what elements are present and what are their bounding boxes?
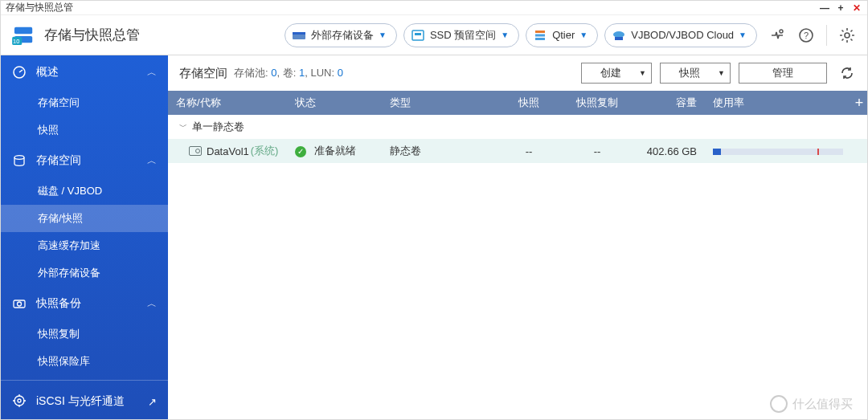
cloud-disk-icon	[612, 28, 626, 43]
svg-rect-8	[535, 31, 545, 33]
qtier-dropdown[interactable]: Qtier ▼	[526, 23, 598, 47]
content-title: 存储空间	[179, 66, 227, 81]
table-header: 名称/代称 状态 类型 快照 快照复制 容量 使用率 +	[168, 91, 867, 115]
volume-type: 静态卷	[382, 144, 493, 158]
sidebar: 概述 ︿ 存储空间 快照 存储空间 ︿ 磁盘 / VJBOD 存储/快照 高速缓…	[1, 55, 168, 419]
sidebar-item-storage-overview[interactable]: 存储空间	[1, 89, 168, 116]
external-link-icon: ↗	[148, 396, 157, 408]
svg-rect-12	[615, 37, 623, 40]
col-capacity: 容量	[629, 96, 705, 110]
svg-rect-5	[293, 32, 305, 35]
settings-gear-icon[interactable]	[838, 27, 856, 44]
col-snapshot: 快照	[493, 96, 557, 110]
qtier-icon	[533, 28, 547, 43]
svg-rect-0	[14, 27, 32, 33]
target-icon	[12, 393, 28, 410]
svg-rect-9	[535, 34, 545, 36]
volume-group-row[interactable]: ﹀ 单一静态卷	[168, 115, 867, 139]
sidebar-link-hybridmount[interactable]: HybridMount ↗	[1, 418, 168, 419]
svg-text:10: 10	[13, 38, 19, 45]
svg-point-11	[613, 31, 624, 38]
chevron-up-icon: ︿	[147, 154, 157, 168]
chevron-up-icon: ︿	[147, 66, 157, 80]
sidebar-item-external-storage[interactable]: 外部存储设备	[1, 259, 168, 287]
col-name: 名称/代称	[168, 96, 287, 110]
sidebar-item-cache-accel[interactable]: 高速缓存加速	[1, 232, 168, 259]
volume-replication: --	[557, 145, 629, 157]
svg-rect-10	[535, 38, 545, 40]
add-column-button[interactable]: +	[843, 95, 867, 112]
drive-icon	[292, 28, 306, 43]
sidebar-link-iscsi[interactable]: iSCSI 与光纤通道 ↗	[1, 385, 168, 418]
caret-down-icon: ▼	[379, 31, 387, 39]
svg-point-20	[18, 302, 22, 306]
window-titlebar: 存储与快照总管 — + ✕	[1, 1, 867, 15]
sidebar-item-snapshot-vault[interactable]: 快照保险库	[1, 348, 168, 375]
app-toolbar: 10 存储与快照总管 外部存储设备 ▼ SSD 预留空间 ▼ Qtier ▼ V…	[1, 15, 867, 55]
caret-down-icon: ▼	[501, 31, 509, 39]
svg-point-13	[780, 30, 783, 33]
main-panel: 存储空间 存储池: 0, 卷: 1, LUN: 0 创建 快照 管理 名称/代称…	[168, 55, 867, 419]
volume-name: DataVol1	[207, 145, 249, 157]
sidebar-item-snapshot-overview[interactable]: 快照	[1, 116, 168, 144]
app-title: 存储与快照总管	[44, 26, 140, 44]
ssd-overprovision-dropdown[interactable]: SSD 预留空间 ▼	[403, 23, 519, 47]
manage-button[interactable]: 管理	[739, 63, 827, 84]
app-icon: 10	[12, 25, 36, 46]
collapse-icon: ﹀	[179, 121, 187, 133]
svg-point-22	[18, 399, 21, 402]
volume-capacity: 402.66 GB	[629, 145, 705, 157]
volume-icon	[189, 146, 202, 156]
create-button[interactable]: 创建	[581, 63, 652, 84]
window-close-button[interactable]: ✕	[851, 2, 862, 14]
window-maximize-button[interactable]: +	[835, 2, 846, 14]
sidebar-group-snapshot-backup[interactable]: 快照备份 ︿	[1, 287, 168, 320]
sidebar-item-disks-vjbod[interactable]: 磁盘 / VJBOD	[1, 177, 168, 205]
help-icon[interactable]: ?	[797, 27, 815, 44]
window-minimize-button[interactable]: —	[819, 2, 830, 14]
svg-rect-7	[415, 33, 421, 35]
svg-point-21	[14, 396, 24, 406]
disks-icon	[12, 153, 28, 168]
col-usage: 使用率	[705, 96, 843, 110]
volume-row[interactable]: DataVol1 (系统) ✓ 准备就绪 静态卷 -- -- 402.66 GB	[168, 139, 867, 163]
svg-text:?: ?	[804, 31, 809, 40]
sidebar-item-storage-snapshot[interactable]: 存储/快照	[1, 205, 168, 232]
refresh-icon[interactable]	[838, 64, 856, 82]
diagnostic-icon[interactable]	[768, 27, 786, 44]
camera-icon	[12, 296, 28, 311]
svg-point-18	[14, 156, 24, 160]
sidebar-item-snapshot-replica[interactable]: 快照复制	[1, 320, 168, 348]
external-storage-dropdown[interactable]: 外部存储设备 ▼	[285, 23, 397, 47]
vjbod-cloud-dropdown[interactable]: VJBOD/VJBOD Cloud ▼	[604, 23, 757, 47]
ssd-icon	[411, 28, 425, 43]
col-type: 类型	[382, 96, 493, 110]
caret-down-icon: ▼	[739, 31, 747, 39]
window-title: 存储与快照总管	[6, 1, 73, 14]
volume-usage	[705, 147, 843, 155]
dashboard-icon	[12, 65, 28, 80]
sidebar-divider	[1, 380, 168, 381]
sidebar-group-storage[interactable]: 存储空间 ︿	[1, 144, 168, 177]
content-header: 存储空间 存储池: 0, 卷: 1, LUN: 0 创建 快照 管理	[168, 55, 867, 91]
svg-point-16	[845, 33, 850, 38]
col-status: 状态	[287, 96, 382, 110]
volume-snapshot: --	[493, 145, 557, 157]
usage-bar	[713, 149, 843, 155]
volume-system-tag: (系统)	[251, 144, 279, 158]
sidebar-group-overview[interactable]: 概述 ︿	[1, 55, 168, 89]
status-ok-icon: ✓	[295, 146, 306, 157]
content-meta: 存储池: 0, 卷: 1, LUN: 0	[234, 66, 343, 80]
chevron-up-icon: ︿	[147, 297, 157, 311]
status-text: 准备就绪	[314, 145, 356, 157]
col-replication: 快照复制	[557, 96, 629, 110]
caret-down-icon: ▼	[579, 31, 588, 39]
snapshot-button[interactable]: 快照	[660, 63, 731, 84]
